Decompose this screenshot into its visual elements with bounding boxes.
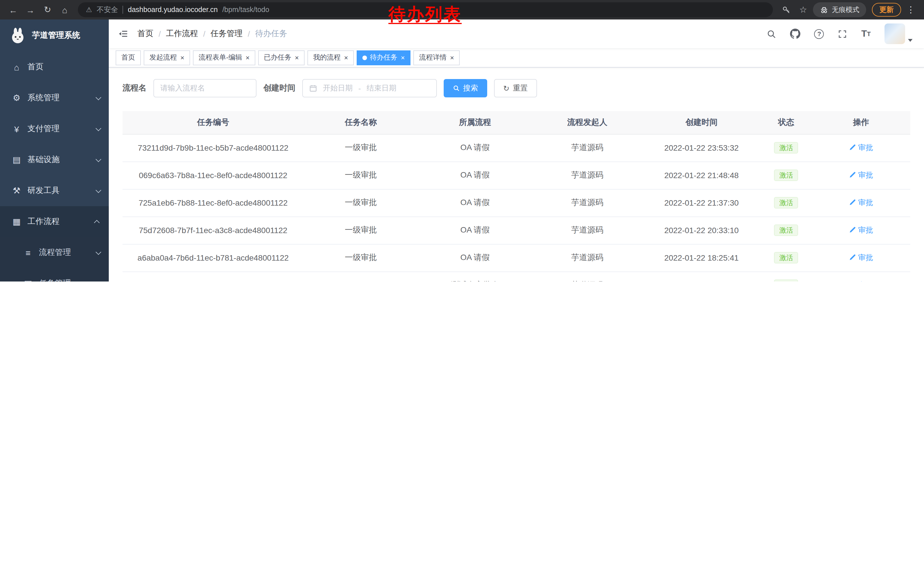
- range-separator: -: [358, 84, 361, 93]
- approve-link[interactable]: 审批: [849, 198, 873, 208]
- sidebar-item-label: 首页: [27, 62, 44, 72]
- date-range-picker[interactable]: 开始日期 - 结束日期: [302, 79, 437, 98]
- search-icon[interactable]: [767, 29, 777, 39]
- filter-bar: 流程名 请输入流程名 创建时间 开始日期 - 结束日期 搜索 ↻: [123, 79, 910, 98]
- app-logo[interactable]: 芋道管理系统: [0, 20, 109, 51]
- breadcrumb-item[interactable]: 任务管理: [211, 29, 243, 39]
- table-row: 725a1eb6-7b88-11ec-8ef0-acde48001122 一级审…: [123, 189, 910, 216]
- tab-my-process[interactable]: 我的流程 ×: [308, 50, 354, 65]
- tab-todo-tasks[interactable]: 待办任务 ×: [357, 50, 411, 65]
- sidebar-item-dev-tools[interactable]: ⚒ 研发工具: [0, 175, 109, 206]
- approve-link[interactable]: 审批: [849, 280, 873, 281]
- close-icon[interactable]: ×: [401, 54, 405, 61]
- breadcrumb-item[interactable]: 首页: [137, 29, 153, 39]
- tab-done-tasks[interactable]: 已办任务 ×: [258, 50, 304, 65]
- tab-label: 待办任务: [370, 53, 397, 62]
- incognito-icon: [820, 6, 828, 14]
- sidebar-item-system-management[interactable]: ⚙ 系统管理: [0, 83, 109, 113]
- cell-status: 激活: [760, 162, 812, 189]
- sidebar-item-infrastructure[interactable]: ▤ 基础设施: [0, 144, 109, 175]
- approve-label: 审批: [858, 170, 873, 180]
- sidebar-item-label: 系统管理: [27, 93, 60, 103]
- chevron-down-icon: [96, 125, 101, 131]
- security-label: 不安全: [97, 5, 118, 15]
- browser-reload-button[interactable]: ↻: [40, 2, 55, 17]
- incognito-badge: 无痕模式: [813, 2, 866, 17]
- help-icon[interactable]: [814, 29, 824, 39]
- logo-image: [9, 27, 26, 44]
- cell-task-id: 725a1eb6-7b88-11ec-8ef0-acde48001122: [123, 189, 304, 216]
- table-row: a6aba0a4-7b6d-11ec-b781-acde48001122 一级审…: [123, 244, 910, 272]
- input-placeholder: 请输入流程名: [160, 83, 205, 93]
- sidebar-item-home[interactable]: ⌂ 首页: [0, 51, 109, 83]
- approve-label: 审批: [858, 280, 873, 281]
- approve-link[interactable]: 审批: [849, 170, 873, 180]
- cell-task-name: 一级审批: [304, 162, 418, 189]
- browser-home-button[interactable]: ⌂: [57, 2, 72, 17]
- close-icon[interactable]: ×: [246, 54, 250, 61]
- reset-button[interactable]: ↻ 重置: [494, 79, 537, 98]
- sidebar-item-process-management[interactable]: ≡ 流程管理: [0, 237, 109, 268]
- cell-create-time: 2022-01-22 20:33:10: [642, 216, 760, 244]
- search-button[interactable]: 搜索: [444, 79, 487, 98]
- tab-launch-process[interactable]: 发起流程 ×: [144, 50, 190, 65]
- tab-label: 已办任务: [264, 53, 291, 62]
- column-header-initiator: 流程发起人: [532, 111, 642, 134]
- browser-forward-button[interactable]: →: [23, 2, 38, 17]
- user-menu[interactable]: [885, 24, 912, 44]
- chrome-update-button[interactable]: 更新: [872, 3, 901, 17]
- cell-process: OA 请假: [418, 134, 532, 162]
- browser-menu-icon[interactable]: ⋮: [903, 2, 918, 17]
- process-name-input[interactable]: 请输入流程名: [153, 79, 256, 98]
- table-row: 8f0d1619-7ac8-11ec-a9e2-a2380e71991a 1.2…: [123, 272, 910, 281]
- approve-link[interactable]: 审批: [849, 252, 873, 263]
- font-size-icon[interactable]: [861, 29, 871, 39]
- close-icon[interactable]: ×: [180, 54, 184, 61]
- sidebar-item-payment-management[interactable]: ¥ 支付管理: [0, 113, 109, 144]
- close-icon[interactable]: ×: [295, 54, 299, 61]
- close-icon[interactable]: ×: [450, 54, 454, 61]
- annotation-overlay: 待办列表: [388, 3, 462, 26]
- cell-task-id: 069c6a63-7b8a-11ec-8ef0-acde48001122: [123, 162, 304, 189]
- cell-initiator: 芋道源码: [532, 272, 642, 281]
- chevron-down-icon: [96, 187, 101, 193]
- cell-task-name: 一级审批: [304, 244, 418, 272]
- column-header-task-name: 任务名称: [304, 111, 418, 134]
- avatar[interactable]: [885, 24, 905, 44]
- tab-home[interactable]: 首页: [116, 50, 141, 65]
- sidebar-item-label: 支付管理: [27, 124, 60, 134]
- security-warning-icon: ⚠: [86, 6, 92, 14]
- sidebar-item-workflow[interactable]: ▦ 工作流程: [0, 206, 109, 237]
- bookmark-star-icon[interactable]: ☆: [796, 2, 811, 17]
- chevron-down-icon: [96, 156, 101, 162]
- fullscreen-icon[interactable]: [838, 29, 848, 39]
- approve-link[interactable]: 审批: [849, 225, 873, 236]
- tab-process-form-edit[interactable]: 流程表单-编辑 ×: [193, 50, 255, 65]
- sidebar-item-label: 工作流程: [27, 216, 60, 227]
- cell-create-time: 2022-01-22 18:25:41: [642, 244, 760, 272]
- breadcrumb-separator: /: [248, 29, 250, 38]
- password-key-icon[interactable]: [778, 2, 794, 17]
- cell-actions: 审批: [812, 272, 910, 281]
- yen-icon: ¥: [12, 124, 22, 134]
- workflow-icon: ▦: [12, 216, 22, 227]
- approve-link[interactable]: 审批: [849, 143, 873, 153]
- sidebar-toggle-icon[interactable]: [109, 29, 137, 39]
- cell-initiator: 芋道源码: [532, 189, 642, 216]
- breadcrumb-item[interactable]: 工作流程: [166, 29, 198, 39]
- cell-task-id: 8f0d1619-7ac8-11ec-a9e2-a2380e71991a: [123, 272, 304, 281]
- cell-process: 测试多审批人: [418, 272, 532, 281]
- cell-create-time: 2022-01-22 23:53:32: [642, 134, 760, 162]
- cell-process: OA 请假: [418, 162, 532, 189]
- chevron-down-icon: [96, 94, 101, 100]
- tab-process-detail[interactable]: 流程详情 ×: [413, 50, 460, 65]
- cell-status: 激活: [760, 272, 812, 281]
- github-icon[interactable]: [790, 29, 801, 39]
- sidebar-item-task-management[interactable]: ▣ 任务管理: [0, 268, 109, 281]
- breadcrumb-item-current: 待办任务: [255, 29, 287, 39]
- close-icon[interactable]: ×: [344, 54, 348, 61]
- column-header-status: 状态: [760, 111, 812, 134]
- browser-back-button[interactable]: ←: [6, 2, 21, 17]
- top-navbar: 首页 / 工作流程 / 任务管理 / 待办任务: [109, 20, 924, 48]
- status-badge: 激活: [774, 142, 798, 153]
